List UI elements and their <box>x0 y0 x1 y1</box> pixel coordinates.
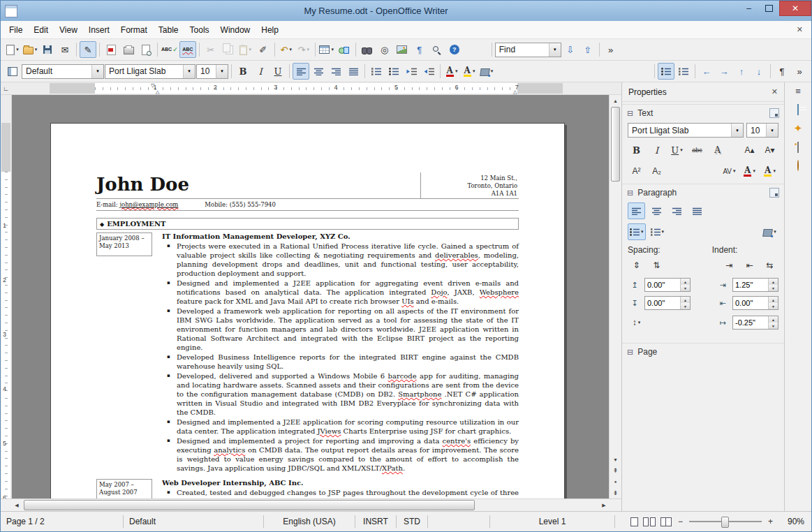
paragraph-style-combo[interactable]: Default▾ <box>22 64 104 79</box>
sidebar-menu-button[interactable]: ≡ <box>795 86 801 96</box>
menu-table[interactable]: Table <box>153 22 184 38</box>
dropdown-icon[interactable]: ▾ <box>307 47 309 52</box>
bullets-dropdown-button[interactable]: ▾ <box>628 223 646 240</box>
strikethrough-button[interactable]: abc <box>688 142 706 158</box>
shadow-button[interactable]: A <box>709 142 726 158</box>
numbering-dropdown-button[interactable]: ▾ <box>649 223 667 240</box>
close-document-button[interactable]: ✕ <box>794 24 806 36</box>
first-line-indent-field[interactable]: -0.25"▲▼ <box>732 316 778 330</box>
status-page-number[interactable]: Page 1 / 2 <box>1 512 123 531</box>
move-up-button[interactable]: ↑ <box>733 63 750 80</box>
document-page[interactable]: John Doe 12 Main St., Toronto, Ontario A… <box>50 123 565 498</box>
spinner-arrows[interactable]: ▲▼ <box>768 297 778 309</box>
dropdown-icon[interactable]: ▾ <box>549 43 561 57</box>
bullets-button[interactable] <box>385 63 402 80</box>
dropdown-icon[interactable]: ▾ <box>731 124 743 137</box>
minimize-button[interactable]: – <box>739 1 759 16</box>
dropdown-icon[interactable]: ▾ <box>753 168 755 174</box>
status-document-modified[interactable] <box>428 512 489 531</box>
promote-list-level-button[interactable]: ← <box>698 63 715 80</box>
navigation-button[interactable]: ● <box>610 476 621 487</box>
clone-formatting-button[interactable]: ✐ <box>255 41 272 58</box>
collapse-icon[interactable]: ⊟ <box>627 110 633 117</box>
scroll-up-button[interactable]: ▲ <box>610 95 621 106</box>
decrease-font-button[interactable]: A▾ <box>761 142 778 158</box>
spin-down-icon[interactable]: ▼ <box>681 285 690 291</box>
next-page-button[interactable]: ⇟ <box>610 487 621 498</box>
view-book-button[interactable] <box>660 517 672 526</box>
field-value[interactable]: -0.25" <box>733 316 768 329</box>
nonprinting-characters-button[interactable]: ¶ <box>411 41 428 58</box>
vertical-ruler[interactable]: 123456 <box>1 95 12 498</box>
spin-down-icon[interactable]: ▼ <box>769 323 778 329</box>
section-page-header[interactable]: ⊟ Page <box>622 343 784 360</box>
redo-button[interactable]: ↷▾ <box>295 41 312 58</box>
dropdown-icon[interactable]: ▾ <box>16 47 19 52</box>
zoom-percent[interactable]: 90% <box>779 517 804 526</box>
spin-down-icon[interactable]: ▼ <box>769 285 778 291</box>
help-button[interactable]: ? <box>446 41 463 58</box>
dropdown-icon[interactable]: ▾ <box>183 65 195 78</box>
increase-spacing-button[interactable]: ⇕ <box>628 257 645 274</box>
dropdown-icon[interactable]: ▾ <box>662 229 665 235</box>
align-justify-button[interactable] <box>688 202 706 219</box>
insert-unnumbered-entry-button[interactable]: ¶ <box>774 63 790 80</box>
align-center-button[interactable] <box>648 202 665 219</box>
menu-window[interactable]: Window <box>215 22 256 38</box>
dropdown-icon[interactable]: ▾ <box>35 47 38 52</box>
status-language[interactable]: English (USA) <box>264 512 355 531</box>
spin-down-icon[interactable]: ▼ <box>681 303 690 309</box>
dropdown-icon[interactable]: ▾ <box>774 229 776 235</box>
align-justify-button[interactable] <box>345 63 362 80</box>
status-outline-level[interactable]: Level 1 <box>490 512 614 531</box>
menu-insert[interactable]: Insert <box>83 22 115 38</box>
dropdown-icon[interactable]: ▾ <box>289 47 292 52</box>
decrease-indent-button[interactable]: ⇤ <box>741 257 758 274</box>
dropdown-icon[interactable]: ▾ <box>638 320 641 325</box>
dropdown-icon[interactable]: ▾ <box>91 65 103 78</box>
styles-panel-button[interactable] <box>4 63 21 80</box>
highlighting-button[interactable]: A▾ <box>761 163 778 179</box>
font-size-combo[interactable]: 10▾ <box>196 64 228 79</box>
font-name-combo[interactable]: Port Lligat Slab▾ <box>105 64 195 79</box>
align-left-button[interactable] <box>293 63 309 80</box>
dropdown-icon[interactable]: ▾ <box>491 68 494 74</box>
before-text-indent-field[interactable]: 1.25"▲▼ <box>732 278 778 292</box>
paragraph-background-button[interactable]: ▾ <box>761 223 778 240</box>
spin-up-icon[interactable]: ▲ <box>681 279 690 285</box>
underline-button[interactable]: U <box>270 63 286 80</box>
toolbar-overflow-button[interactable]: » <box>603 41 619 58</box>
tab-gallery[interactable] <box>797 142 799 152</box>
increase-indent-button[interactable]: ⇥ <box>721 257 738 274</box>
field-value[interactable]: 1.25" <box>733 279 768 291</box>
paste-button[interactable]: ▾ <box>237 41 254 58</box>
auto-spellcheck-button[interactable]: ABC <box>179 41 196 58</box>
subscript-button[interactable]: A₂ <box>648 163 665 179</box>
font-color-button[interactable]: A▾ <box>741 163 758 179</box>
dropdown-icon[interactable]: ▾ <box>641 229 644 235</box>
menu-file[interactable]: File <box>3 22 28 38</box>
tab-styles[interactable]: ✦ <box>794 123 803 134</box>
dropdown-icon[interactable]: ▾ <box>455 68 458 74</box>
align-right-button[interactable] <box>668 202 686 219</box>
above-paragraph-spacing-field[interactable]: 0.00"▲▼ <box>644 278 691 292</box>
vertical-scroll-thumb[interactable] <box>611 107 620 182</box>
navigator-button[interactable]: ◎ <box>376 41 393 58</box>
menu-format[interactable]: Format <box>115 22 153 38</box>
spellcheck-button[interactable]: ABC✓ <box>161 41 179 58</box>
menu-view[interactable]: View <box>54 22 83 38</box>
horizontal-scroll-track[interactable] <box>22 499 598 511</box>
page-preview-button[interactable] <box>138 41 154 58</box>
document-view[interactable]: John Doe 12 Main St., Toronto, Ontario A… <box>12 95 609 498</box>
toolbar-overflow-button[interactable]: » <box>791 63 808 80</box>
status-page-style[interactable]: Default <box>124 512 263 531</box>
view-multi-page-button[interactable] <box>643 517 656 526</box>
cut-button[interactable]: ✂ <box>202 41 219 58</box>
find-toolbar-input[interactable]: Find▾ <box>495 43 561 57</box>
export-pdf-button[interactable] <box>103 41 119 58</box>
vertical-scroll-track[interactable] <box>610 106 621 454</box>
email-link[interactable]: john@example.com <box>119 201 178 208</box>
dropdown-icon[interactable]: ▾ <box>331 47 334 52</box>
field-value[interactable]: 0.00" <box>733 297 768 309</box>
menu-tools[interactable]: Tools <box>184 22 215 38</box>
